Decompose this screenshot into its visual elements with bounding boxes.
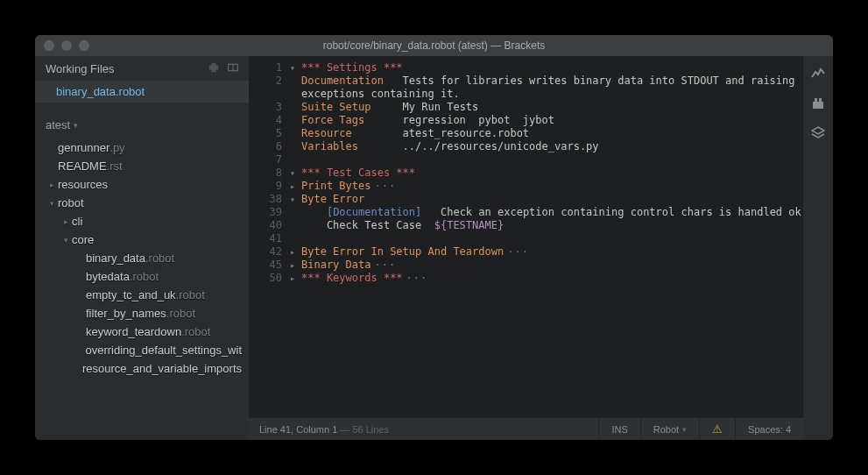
file-name: empty_tc_and_uk — [86, 288, 176, 301]
line-count: — 56 Lines — [337, 424, 389, 435]
fold-marker-icon[interactable]: ▸ — [287, 272, 298, 285]
lint-status[interactable]: ⚠ — [699, 418, 735, 440]
project-name: atest — [46, 118, 70, 131]
code-editor[interactable]: 12345678938394041424550 ▾▾▸▾▸▸▸ *** Sett… — [249, 56, 803, 417]
editor-area: 12345678938394041424550 ▾▾▸▾▸▸▸ *** Sett… — [249, 56, 803, 440]
line-number: 39 — [249, 206, 282, 219]
fold-marker-icon[interactable]: ▸ — [287, 259, 298, 272]
extension-manager-icon[interactable] — [811, 96, 825, 110]
indent-mode[interactable]: Spaces: 4 — [735, 418, 803, 440]
titlebar[interactable]: robot/core/binary_data.robot (atest) — B… — [35, 35, 833, 56]
line-number: 4 — [249, 114, 282, 127]
fold-marker-icon — [287, 140, 298, 153]
fold-marker-icon — [287, 101, 298, 114]
disclosure-triangle-icon[interactable]: ▾ — [60, 236, 72, 245]
working-files-header: Working Files — [35, 56, 249, 81]
file-name: README — [58, 160, 107, 173]
fold-gutter[interactable]: ▾▾▸▾▸▸▸ — [287, 61, 298, 417]
fold-marker-icon[interactable]: ▾ — [287, 61, 298, 74]
line-number: 9 — [249, 180, 282, 193]
project-header[interactable]: atest ▾ — [35, 110, 249, 137]
svg-rect-4 — [819, 98, 822, 102]
fold-marker-icon — [287, 206, 298, 219]
svg-rect-2 — [813, 102, 823, 109]
line-number: 45 — [249, 259, 282, 272]
file-ext: .robot — [166, 307, 195, 320]
working-files-label: Working Files — [46, 62, 115, 75]
file-name: genrunner — [58, 141, 109, 154]
file-name: keyword_teardown — [86, 325, 181, 338]
gear-icon[interactable] — [208, 62, 219, 75]
folder-item[interactable]: ▸resources — [35, 175, 249, 194]
folder-item[interactable]: ▾robot — [35, 194, 249, 212]
disclosure-triangle-icon[interactable]: ▸ — [46, 181, 58, 189]
line-number-gutter: 12345678938394041424550 — [249, 61, 287, 417]
minimize-icon[interactable] — [61, 40, 72, 51]
close-icon[interactable] — [44, 40, 54, 51]
fold-marker-icon — [287, 127, 298, 140]
fold-marker-icon — [287, 232, 298, 245]
line-number: 1 — [249, 61, 282, 74]
zoom-icon[interactable] — [79, 40, 89, 51]
fold-marker-icon — [287, 74, 298, 88]
warning-icon: ⚠ — [712, 422, 723, 436]
file-item[interactable]: README.rst — [35, 157, 249, 175]
file-item[interactable]: resource_and_variable_imports — [35, 359, 249, 378]
file-ext: .robot — [181, 325, 210, 338]
line-number: 41 — [249, 232, 282, 245]
chevron-down-icon: ▾ — [74, 121, 78, 130]
file-name: overriding_default_settings_wit — [86, 344, 243, 357]
live-preview-icon[interactable] — [811, 67, 825, 81]
chevron-down-icon: ▾ — [682, 425, 687, 434]
file-item[interactable]: empty_tc_and_uk.robot — [35, 286, 249, 304]
code-content[interactable]: *** Settings *** Documentation Tests for… — [298, 61, 803, 417]
file-tree: genrunner.pyREADME.rst▸resources▾robot▸c… — [35, 137, 249, 381]
file-item[interactable]: overriding_default_settings_wit — [35, 341, 249, 359]
file-ext: .robot — [130, 270, 159, 283]
file-name: robot — [58, 196, 84, 209]
file-name: binary_data — [86, 252, 145, 265]
fold-marker-icon[interactable]: ▸ — [287, 245, 298, 259]
fold-marker-icon[interactable]: ▾ — [287, 193, 298, 206]
window-title: robot/core/binary_data.robot (atest) — B… — [35, 39, 833, 52]
file-item[interactable]: bytedata.robot — [35, 267, 249, 286]
file-name: bytedata — [86, 270, 130, 283]
file-item[interactable]: filter_by_names.robot — [35, 304, 249, 323]
file-item[interactable]: binary_data.robot — [35, 249, 249, 267]
line-number: 50 — [249, 272, 282, 285]
disclosure-triangle-icon[interactable]: ▸ — [60, 217, 72, 226]
split-view-icon[interactable] — [228, 62, 238, 75]
file-ext: .robot — [145, 252, 174, 265]
file-ext: .py — [109, 141, 124, 154]
file-item[interactable]: genrunner.py — [35, 138, 249, 157]
sidebar: Working Files binary_data.robot atest ▾ … — [35, 56, 249, 440]
fold-marker-icon — [287, 219, 298, 232]
disclosure-triangle-icon[interactable]: ▾ — [46, 199, 58, 208]
file-ext: .rst — [107, 160, 123, 173]
insert-mode[interactable]: INS — [598, 418, 639, 440]
line-number: 42 — [249, 245, 282, 259]
folder-item[interactable]: ▸cli — [35, 212, 249, 230]
app-window: robot/core/binary_data.robot (atest) — B… — [35, 35, 833, 440]
working-file-item[interactable]: binary_data.robot — [35, 81, 249, 103]
svg-marker-5 — [812, 127, 824, 134]
fold-marker-icon[interactable]: ▸ — [287, 180, 298, 193]
language-mode[interactable]: Robot▾ — [640, 418, 699, 440]
line-number: 3 — [249, 101, 282, 114]
fold-marker-icon[interactable]: ▾ — [287, 167, 298, 180]
fold-marker-icon — [287, 88, 298, 101]
folder-item[interactable]: ▾core — [35, 230, 249, 249]
file-ext: .robot — [176, 288, 205, 301]
cursor-position[interactable]: Line 41, Column 1 — [259, 424, 337, 435]
file-item[interactable]: keyword_teardown.robot — [35, 323, 249, 341]
statusbar: Line 41, Column 1 — 56 Lines INS Robot▾ … — [249, 417, 803, 440]
fold-marker-icon — [287, 114, 298, 127]
right-toolbar — [803, 56, 833, 440]
line-number: 5 — [249, 127, 282, 140]
line-number — [249, 88, 282, 101]
file-name: filter_by_names — [86, 307, 166, 320]
line-number: 38 — [249, 193, 282, 206]
layers-icon[interactable] — [811, 126, 825, 140]
svg-rect-3 — [815, 98, 817, 102]
line-number: 8 — [249, 167, 282, 180]
